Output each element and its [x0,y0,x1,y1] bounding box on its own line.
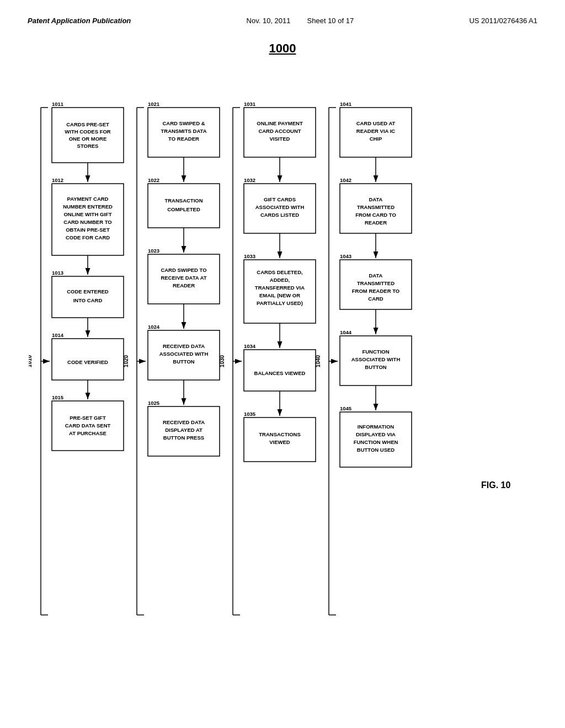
svg-text:CODE ENTERED: CODE ENTERED [67,288,109,295]
svg-text:1010: 1010 [29,355,33,367]
svg-text:RECEIVE DATA AT: RECEIVE DATA AT [161,275,206,281]
svg-text:CHIP: CHIP [370,136,382,142]
svg-text:1020: 1020 [123,355,129,367]
svg-text:1025: 1025 [148,400,160,406]
svg-text:BUTTON USED: BUTTON USED [357,447,395,453]
svg-text:CARD ACCOUNT: CARD ACCOUNT [258,128,301,134]
svg-text:BALANCES VIEWED: BALANCES VIEWED [254,370,306,376]
svg-text:PRE-SET GIFT: PRE-SET GIFT [70,415,106,421]
svg-text:1040: 1040 [315,355,321,367]
svg-text:ONLINE WITH GIFT: ONLINE WITH GIFT [63,211,111,217]
svg-text:CARD NUMBER TO: CARD NUMBER TO [63,219,111,225]
pub-date: Nov. 10, 2011 [247,17,291,25]
svg-text:BUTTON: BUTTON [365,364,387,370]
svg-text:ADDED,: ADDED, [270,277,290,283]
svg-text:1033: 1033 [244,253,255,259]
diagram-container: 1000 1010 CARDS PRE-SET W [29,41,536,648]
svg-text:TRANSMITTED: TRANSMITTED [357,280,395,286]
svg-text:INFORMATION: INFORMATION [358,424,394,430]
svg-text:CARDS DELETED,: CARDS DELETED, [257,269,302,275]
svg-text:CARD: CARD [368,296,383,302]
sheet-info: Sheet 10 of 17 [307,17,354,25]
svg-text:CARD USED AT: CARD USED AT [356,120,396,126]
svg-text:FROM CARD TO: FROM CARD TO [355,212,396,218]
svg-text:CARD DATA SENT: CARD DATA SENT [65,422,111,429]
svg-text:READER: READER [173,282,195,288]
svg-text:READER VIA IC: READER VIA IC [356,128,396,134]
svg-text:VISITED: VISITED [270,136,290,142]
svg-text:1012: 1012 [52,177,63,183]
svg-text:EMAIL (NEW OR: EMAIL (NEW OR [259,292,300,298]
svg-text:ASSOCIATED WITH: ASSOCIATED WITH [159,351,209,357]
svg-text:CARDS LISTED: CARDS LISTED [260,212,299,218]
svg-text:TO READER: TO READER [168,136,199,142]
svg-text:1030: 1030 [219,355,225,367]
svg-text:AT PURCHASE: AT PURCHASE [69,430,106,436]
svg-text:1043: 1043 [340,253,351,259]
svg-text:DATA: DATA [369,196,383,202]
svg-text:TRANSFERRED VIA: TRANSFERRED VIA [255,285,305,291]
svg-text:1041: 1041 [340,101,352,107]
svg-text:CARD SWIPED TO: CARD SWIPED TO [161,267,206,273]
svg-text:1024: 1024 [148,324,160,330]
svg-text:FUNCTION: FUNCTION [362,349,389,355]
header-center: Nov. 10, 2011 Sheet 10 of 17 [247,17,354,25]
header-left: Patent Application Publication [28,17,131,25]
diagram-title: 1000 [269,41,296,56]
svg-text:FIG. 10: FIG. 10 [481,480,510,490]
svg-text:1042: 1042 [340,177,351,183]
svg-text:RECEIVED DATA: RECEIVED DATA [163,343,205,349]
svg-text:GIFT CARDS: GIFT CARDS [264,196,296,202]
svg-text:DISPLAYED VIA: DISPLAYED VIA [356,431,396,437]
svg-text:1014: 1014 [52,332,64,338]
svg-text:VIEWED: VIEWED [269,439,290,445]
header: Patent Application Publication Nov. 10, … [28,17,537,25]
svg-text:1011: 1011 [52,101,64,107]
svg-text:DISPLAYED AT: DISPLAYED AT [165,427,202,433]
svg-text:1034: 1034 [244,343,256,349]
svg-text:CARDS PRE-SET: CARDS PRE-SET [66,121,109,127]
svg-text:ONE OR MORE: ONE OR MORE [69,136,107,142]
svg-text:DATA: DATA [369,272,383,279]
svg-text:PAYMENT CARD: PAYMENT CARD [67,196,109,202]
svg-text:ASSOCIATED WITH: ASSOCIATED WITH [351,356,401,362]
publication-label: Patent Application Publication [28,17,131,25]
header-right: US 2011/0276436 A1 [469,17,537,25]
svg-text:TRANSACTION: TRANSACTION [164,197,202,204]
svg-text:1035: 1035 [244,411,256,417]
page: Patent Application Publication Nov. 10, … [0,0,565,728]
svg-text:1022: 1022 [148,177,159,183]
svg-text:READER: READER [365,220,387,226]
svg-text:1015: 1015 [52,394,64,400]
patent-number: US 2011/0276436 A1 [469,17,537,25]
svg-text:1013: 1013 [52,270,63,276]
svg-text:TRANSMITTED: TRANSMITTED [357,204,395,210]
svg-text:1044: 1044 [340,329,352,335]
svg-text:1045: 1045 [340,405,352,411]
svg-text:CARD SWIPED &: CARD SWIPED & [162,120,205,126]
svg-text:1023: 1023 [148,248,159,254]
svg-text:INTO CARD: INTO CARD [73,297,103,303]
svg-text:FROM READER TO: FROM READER TO [352,288,399,294]
svg-text:NUMBER ENTERED: NUMBER ENTERED [63,204,113,210]
svg-text:TRANSACTIONS: TRANSACTIONS [259,431,300,437]
svg-text:ONLINE PAYMENT: ONLINE PAYMENT [257,120,303,126]
svg-text:BUTTON PRESS: BUTTON PRESS [163,435,204,441]
svg-text:FUNCTION WHEN: FUNCTION WHEN [354,439,398,445]
svg-text:1031: 1031 [244,101,256,107]
svg-text:TRANSMITS DATA: TRANSMITS DATA [161,128,206,134]
svg-text:BUTTON: BUTTON [173,358,195,365]
svg-text:STORES: STORES [77,143,99,149]
svg-text:WITH CODES FOR: WITH CODES FOR [65,129,111,135]
svg-text:COMPLETED: COMPLETED [167,206,200,212]
svg-text:1021: 1021 [148,101,160,107]
svg-text:1032: 1032 [244,177,255,183]
svg-text:OBTAIN PRE-SET: OBTAIN PRE-SET [66,227,110,233]
svg-text:CODE VERIFIED: CODE VERIFIED [67,359,108,365]
svg-text:ASSOCIATED WITH: ASSOCIATED WITH [255,204,305,210]
svg-text:RECEIVED DATA: RECEIVED DATA [163,419,205,425]
svg-text:PARTIALLY USED): PARTIALLY USED) [257,300,303,306]
flow-diagram: 1010 CARDS PRE-SET WITH CODES FOR ONE OR… [29,61,536,667]
svg-text:CODE FOR CARD: CODE FOR CARD [66,234,110,240]
